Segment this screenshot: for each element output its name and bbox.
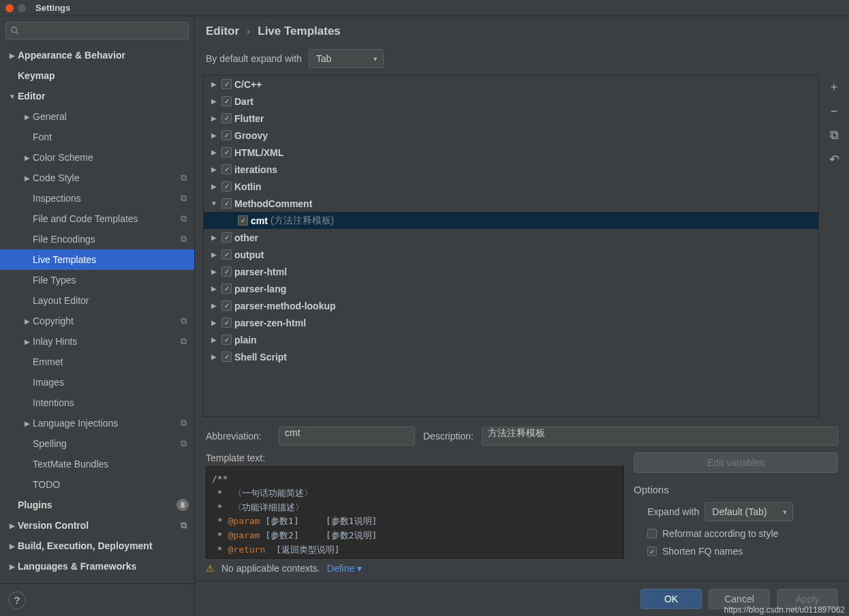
tree-row[interactable]: ✓cmt (方法注释模板): [204, 212, 818, 229]
tree-row[interactable]: ▼✓MethodComment: [204, 195, 818, 212]
checkbox[interactable]: ✓: [221, 283, 232, 294]
sidebar-item[interactable]: ▶Languages & Frameworks: [0, 556, 194, 576]
search-input[interactable]: [5, 22, 189, 40]
shorten-label: Shorten FQ names: [662, 546, 743, 557]
sidebar-item[interactable]: File Types: [0, 270, 194, 290]
dialog-buttons: OK Cancel Apply https://blog.csdn.net/u0…: [195, 581, 849, 616]
sidebar-item-label: General: [33, 111, 189, 122]
sidebar-item[interactable]: Emmet: [0, 352, 194, 372]
sidebar-item[interactable]: ▶Language Injections⧉: [0, 413, 194, 433]
sidebar-item[interactable]: ▶Color Scheme: [0, 147, 194, 168]
expand-default-label: By default expand with: [206, 53, 302, 64]
remove-icon[interactable]: −: [831, 104, 838, 119]
tree-row[interactable]: ▶✓parser-html: [204, 263, 818, 280]
tree-row[interactable]: ▶✓iterations: [204, 161, 818, 178]
settings-tree[interactable]: ▶Appearance & BehaviorKeymap▼Editor▶Gene…: [0, 45, 194, 583]
revert-icon[interactable]: ↶: [829, 152, 839, 167]
checkbox[interactable]: ✓: [221, 335, 232, 345]
tree-row[interactable]: ▶✓Dart: [204, 93, 818, 110]
checkbox[interactable]: ✓: [221, 301, 232, 311]
shorten-checkbox[interactable]: ✓: [647, 546, 657, 556]
checkbox[interactable]: ✓: [221, 113, 232, 123]
chevron-icon: ▶: [209, 302, 219, 309]
sidebar-item[interactable]: Layout Editor: [0, 290, 194, 311]
tree-row[interactable]: ▶✓output: [204, 246, 818, 263]
close-icon[interactable]: [5, 4, 14, 12]
sidebar-item[interactable]: ▶Copyright⧉: [0, 311, 194, 331]
checkbox[interactable]: ✓: [221, 352, 232, 362]
checkbox[interactable]: ✓: [221, 96, 232, 106]
tree-row[interactable]: ▶✓other: [204, 229, 818, 246]
sidebar-item[interactable]: Inspections⧉: [0, 188, 194, 209]
abbreviation-label: Abbreviation:: [206, 431, 271, 442]
checkbox[interactable]: ✓: [221, 198, 232, 209]
search-icon: [10, 26, 20, 35]
template-text-editor[interactable]: /** * 〈一句话功能简述〉 * 〈功能详细描述〉 * @param [参数1…: [206, 466, 624, 559]
help-button[interactable]: ?: [8, 591, 26, 609]
reformat-checkbox[interactable]: [647, 529, 657, 538]
ok-button[interactable]: OK: [640, 589, 702, 609]
sidebar-item[interactable]: Intentions: [0, 392, 194, 413]
sidebar-item[interactable]: TextMate Bundles: [0, 454, 194, 474]
define-link[interactable]: Define ▾: [327, 563, 362, 574]
tree-row[interactable]: ▶✓Groovy: [204, 127, 818, 144]
chevron-icon: ▶: [209, 149, 219, 156]
expand-default-dropdown[interactable]: Tab: [309, 49, 384, 68]
context-warning: No applicable contexts.: [221, 563, 320, 574]
tree-row[interactable]: ▶✓parser-zen-html: [204, 314, 818, 331]
chevron-icon: ▶: [209, 132, 219, 139]
chevron-icon: ▶: [209, 336, 219, 343]
sidebar-item[interactable]: ▼Editor: [0, 86, 194, 106]
sidebar-item-label: TextMate Bundles: [33, 459, 189, 469]
checkbox[interactable]: ✓: [221, 232, 232, 243]
abbreviation-input[interactable]: cmt: [279, 427, 415, 446]
checkbox[interactable]: ✓: [221, 266, 232, 277]
sidebar-item[interactable]: Images: [0, 372, 194, 392]
tree-row[interactable]: ▶✓parser-method-lookup: [204, 297, 818, 314]
sidebar-item[interactable]: ▶Appearance & Behavior: [0, 45, 194, 65]
tree-row[interactable]: ▶✓plain: [204, 331, 818, 348]
checkbox[interactable]: ✓: [221, 318, 232, 328]
sidebar-item[interactable]: ▶Version Control⧉: [0, 515, 194, 536]
description-input[interactable]: 方法注释模板: [482, 427, 838, 446]
edit-variables-button[interactable]: Edit variables: [634, 452, 838, 473]
tree-row[interactable]: ▶✓C/C++: [204, 76, 818, 93]
expand-with-dropdown[interactable]: Default (Tab): [705, 502, 793, 521]
tree-label: HTML/XML: [234, 147, 283, 158]
tree-row[interactable]: ▶✓Shell Script: [204, 348, 818, 365]
template-tree[interactable]: ▶✓C/C++▶✓Dart▶✓Flutter▶✓Groovy▶✓HTML/XML…: [203, 75, 819, 417]
checkbox[interactable]: ✓: [221, 147, 232, 157]
add-icon[interactable]: +: [831, 80, 838, 95]
chevron-icon: ▶: [209, 80, 219, 88]
checkbox[interactable]: ✓: [221, 164, 232, 174]
sidebar-item[interactable]: Font: [0, 127, 194, 147]
sidebar-item[interactable]: ▶Build, Execution, Deployment: [0, 536, 194, 556]
sidebar-item[interactable]: ▶Code Style⧉: [0, 168, 194, 188]
sidebar-item[interactable]: TODO: [0, 474, 194, 495]
sidebar-item[interactable]: Live Templates: [0, 249, 194, 270]
tree-row[interactable]: ▶✓parser-lang: [204, 280, 818, 297]
tree-row[interactable]: ▶✓Kotlin: [204, 178, 818, 195]
sidebar-item[interactable]: File and Code Templates⧉: [0, 209, 194, 229]
tree-label: MethodComment: [234, 198, 312, 209]
sidebar-item[interactable]: ▶General: [0, 106, 194, 127]
tree-row[interactable]: ▶✓Flutter: [204, 110, 818, 127]
checkbox[interactable]: ✓: [221, 130, 232, 140]
tree-label: Shell Script: [234, 352, 287, 363]
checkbox[interactable]: ✓: [221, 249, 232, 260]
tree-row[interactable]: ▶✓HTML/XML: [204, 144, 818, 161]
tree-label: Groovy: [234, 130, 268, 141]
sidebar-item[interactable]: File Encodings⧉: [0, 229, 194, 249]
sidebar-item[interactable]: Keymap: [0, 65, 194, 86]
checkbox[interactable]: ✓: [221, 79, 232, 89]
sidebar-item-label: Color Scheme: [33, 152, 189, 163]
sidebar-item[interactable]: Plugins8: [0, 495, 194, 515]
sidebar-item[interactable]: ▶Inlay Hints⧉: [0, 331, 194, 352]
sidebar-item[interactable]: Spelling⧉: [0, 433, 194, 454]
checkbox[interactable]: ✓: [221, 181, 232, 191]
checkbox[interactable]: ✓: [238, 215, 248, 226]
copy-icon[interactable]: ⧉: [830, 128, 839, 142]
tree-label: parser-lang: [234, 283, 286, 294]
minimize-icon[interactable]: [18, 4, 26, 12]
breadcrumb-part: Live Templates: [258, 25, 341, 37]
